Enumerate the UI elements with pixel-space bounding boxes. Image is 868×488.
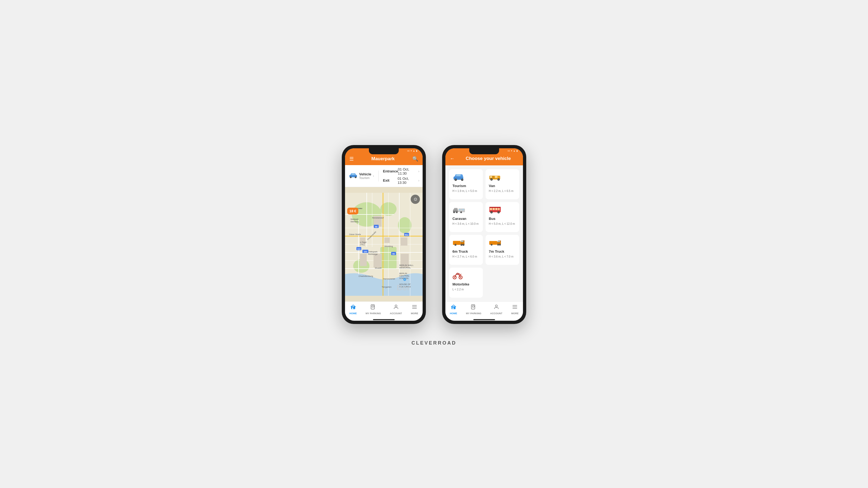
price-badge[interactable]: 18 € bbox=[347, 208, 358, 215]
svg-rect-31 bbox=[360, 254, 367, 266]
phones-container: ▪▪▪▾▲▮ ☰ Mauerpark 🔍 bbox=[331, 134, 537, 335]
svg-rect-97 bbox=[459, 209, 461, 210]
svg-text:Moabit: Moabit bbox=[375, 267, 382, 269]
parking-label: MY PARKING bbox=[366, 312, 381, 315]
svg-point-127 bbox=[498, 244, 499, 245]
map-area[interactable]: Osloer Straße Provinzstraße Wittenau Wal… bbox=[345, 187, 423, 301]
parking2-icon bbox=[471, 304, 476, 311]
bus-dims: H < 5.0 m, L < 12.0 m bbox=[489, 222, 516, 225]
vehicle-card-truck7[interactable]: 7m Truck H < 3.6 m, L < 7.0 m bbox=[486, 235, 519, 265]
svg-rect-114 bbox=[461, 240, 463, 242]
bottom-nav-1: HOME MY PARKING bbox=[345, 301, 423, 318]
svg-text:Osloer Straße: Osloer Straße bbox=[349, 233, 361, 235]
svg-rect-85 bbox=[490, 176, 492, 178]
entrance-row[interactable]: Entrance 01 Oct, 11:30 › bbox=[383, 167, 420, 175]
vehicle-card-motorbike[interactable]: Motorbike L < 2.2 m bbox=[449, 268, 483, 298]
page-title: Choose your vehicle bbox=[458, 156, 519, 161]
tourism-icon bbox=[453, 173, 479, 182]
svg-text:100: 100 bbox=[364, 251, 367, 253]
status-icons-2: ▪▪▪▾▲▮ bbox=[508, 150, 518, 152]
caravan-name: Caravan bbox=[453, 217, 479, 221]
motorbike-name: Motorbike bbox=[453, 282, 479, 286]
home2-icon bbox=[451, 304, 457, 311]
nav2-home[interactable]: HOME bbox=[450, 304, 457, 315]
svg-point-94 bbox=[454, 212, 455, 213]
more2-label: MORE bbox=[511, 312, 519, 315]
map-title: Mauerpark bbox=[371, 156, 395, 162]
vehicle-card-bus[interactable]: Bus H < 5.0 m, L < 12.0 m bbox=[486, 202, 519, 232]
svg-rect-32 bbox=[373, 254, 382, 267]
svg-text:Wedding: Wedding bbox=[384, 245, 393, 248]
svg-rect-135 bbox=[456, 274, 459, 274]
bottom-nav-2: HOME MY PARKING bbox=[445, 301, 523, 318]
svg-point-95 bbox=[457, 212, 457, 213]
search-icon[interactable]: 🔍 bbox=[412, 156, 418, 162]
truck7-name: 7m Truck bbox=[489, 250, 516, 254]
svg-point-73 bbox=[395, 305, 397, 306]
vehicle-info: Vehicle Tourism bbox=[359, 172, 371, 180]
svg-point-89 bbox=[491, 179, 492, 180]
bus-icon bbox=[489, 206, 516, 215]
nav2-parking[interactable]: MY PARKING bbox=[466, 304, 482, 315]
truck6-icon bbox=[453, 238, 479, 248]
nav-parking[interactable]: MY PARKING bbox=[366, 304, 381, 315]
svg-rect-104 bbox=[493, 208, 495, 210]
svg-point-110 bbox=[498, 212, 499, 213]
svg-line-134 bbox=[460, 274, 461, 274]
tourism-name: Tourism bbox=[453, 184, 479, 188]
vehicle-card-truck6[interactable]: 6m Truck H < 2.7 m, L < 6.0 m bbox=[449, 235, 483, 265]
svg-text:Charlottenburg: Charlottenburg bbox=[359, 275, 373, 278]
notch-1 bbox=[369, 148, 399, 154]
nav-home[interactable]: HOME bbox=[349, 304, 357, 315]
vehicle-selector[interactable]: Vehicle Tourism › bbox=[348, 172, 374, 180]
entrance-time: 01 Oct, 11:30 bbox=[398, 167, 418, 175]
vehicle-time-bar: Vehicle Tourism › Entrance 01 Oct, 11:30… bbox=[345, 165, 423, 187]
svg-rect-103 bbox=[490, 208, 492, 210]
compass-button[interactable]: ⊙ bbox=[411, 195, 420, 204]
account-label: ACCOUNT bbox=[390, 312, 402, 315]
vehicle-card-tourism[interactable]: Tourism H < 1.9 m, L < 5.0 m bbox=[449, 169, 483, 199]
entrance-label: Entrance bbox=[383, 169, 398, 173]
more-icon bbox=[411, 304, 417, 311]
svg-text:MEMORIAL: MEMORIAL bbox=[399, 266, 411, 269]
truck7-icon bbox=[489, 238, 516, 248]
vehicle-card-van[interactable]: Van H < 2.2 m, L < 6.5 m bbox=[486, 169, 519, 199]
exit-label: Exit bbox=[383, 178, 398, 183]
svg-point-3 bbox=[350, 177, 351, 177]
van-icon bbox=[489, 173, 516, 182]
svg-rect-69 bbox=[352, 307, 353, 309]
phone-1-inner: ▪▪▪▾▲▮ ☰ Mauerpark 🔍 bbox=[345, 148, 423, 321]
nav-account[interactable]: ACCOUNT bbox=[390, 304, 402, 315]
vehicle-label: Vehicle bbox=[359, 172, 371, 176]
svg-text:in Tegel: in Tegel bbox=[360, 241, 367, 243]
svg-rect-105 bbox=[495, 208, 497, 210]
vehicle-sub: Tourism bbox=[359, 176, 371, 180]
svg-text:96: 96 bbox=[393, 253, 395, 255]
svg-text:CENTRAL: CENTRAL bbox=[399, 274, 410, 277]
svg-point-81 bbox=[462, 179, 463, 180]
phone-2: ▪▪▪▾▲▮ ← Choose your vehicle bbox=[442, 145, 526, 324]
nav-more[interactable]: MORE bbox=[411, 304, 418, 315]
account2-icon bbox=[493, 304, 499, 311]
nav2-account[interactable]: ACCOUNT bbox=[490, 304, 502, 315]
menu-icon[interactable]: ☰ bbox=[349, 156, 354, 162]
svg-point-128 bbox=[500, 244, 500, 245]
brand-label: CLEVERROAD bbox=[411, 340, 457, 354]
home-label: HOME bbox=[349, 312, 357, 315]
svg-point-80 bbox=[455, 179, 456, 180]
phone-2-inner: ▪▪▪▾▲▮ ← Choose your vehicle bbox=[445, 148, 523, 321]
back-button[interactable]: ← bbox=[450, 156, 455, 162]
vehicle-card-caravan[interactable]: Caravan H < 3.6 m, L < 10.0 m bbox=[449, 202, 483, 232]
exit-row[interactable]: Exit 01 Oct, 13:30 › bbox=[383, 176, 420, 185]
svg-text:Tiergarten: Tiergarten bbox=[382, 286, 392, 288]
svg-rect-28 bbox=[401, 237, 407, 246]
svg-text:BERLIN WALL: BERLIN WALL bbox=[399, 264, 414, 266]
account2-label: ACCOUNT bbox=[490, 312, 502, 315]
svg-point-118 bbox=[461, 244, 462, 245]
bus-name: Bus bbox=[489, 217, 516, 221]
nav2-more[interactable]: MORE bbox=[511, 304, 519, 315]
svg-rect-71 bbox=[354, 306, 355, 308]
svg-rect-27 bbox=[384, 237, 390, 243]
svg-text:Steinberg: Steinberg bbox=[350, 221, 359, 223]
van-name: Van bbox=[489, 184, 516, 188]
